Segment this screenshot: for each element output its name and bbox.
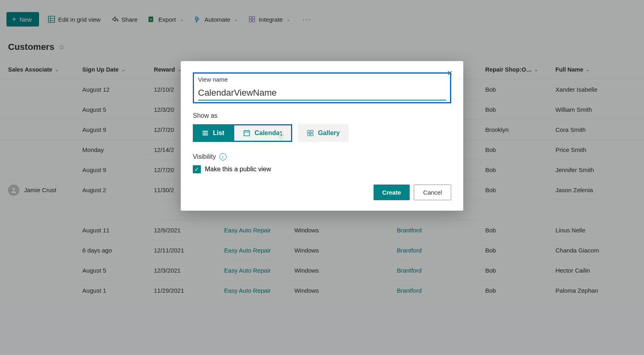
cancel-button[interactable]: Cancel: [414, 185, 451, 200]
svg-rect-20: [308, 133, 310, 136]
svg-rect-18: [308, 130, 310, 133]
modal-overlay: ✕ View name Show as List Calendar 🖱️ Gal…: [0, 0, 644, 355]
close-icon: ✕: [447, 69, 453, 78]
show-as-list-button[interactable]: List: [193, 124, 233, 142]
view-name-field-highlight: View name: [193, 72, 451, 103]
svg-rect-14: [244, 131, 250, 135]
show-as-calendar-button[interactable]: Calendar 🖱️: [233, 124, 292, 142]
info-icon[interactable]: i: [219, 153, 227, 160]
checkbox-checked-icon[interactable]: ✓: [193, 165, 201, 173]
public-view-label: Make this a public view: [205, 166, 271, 173]
close-button[interactable]: ✕: [443, 67, 456, 80]
public-view-checkbox-row[interactable]: ✓ Make this a public view: [193, 165, 451, 173]
svg-rect-21: [311, 133, 313, 136]
visibility-label: Visibility i: [193, 153, 451, 160]
show-as-label: Show as: [193, 112, 451, 119]
list-icon: [202, 129, 209, 137]
view-name-label: View name: [198, 76, 446, 83]
show-as-options: List Calendar 🖱️ Gallery: [193, 124, 451, 142]
create-view-dialog: ✕ View name Show as List Calendar 🖱️ Gal…: [181, 61, 463, 211]
view-name-input[interactable]: [198, 86, 446, 101]
pointer-cursor-icon: 🖱️: [277, 132, 285, 140]
show-as-gallery-button[interactable]: Gallery: [298, 124, 349, 142]
svg-rect-19: [311, 130, 313, 133]
create-button[interactable]: Create: [374, 185, 410, 200]
gallery-icon: [307, 129, 314, 137]
show-list-label: List: [213, 129, 224, 137]
dialog-buttons: Create Cancel: [193, 185, 451, 200]
calendar-icon: [243, 129, 250, 137]
show-gallery-label: Gallery: [318, 129, 340, 137]
